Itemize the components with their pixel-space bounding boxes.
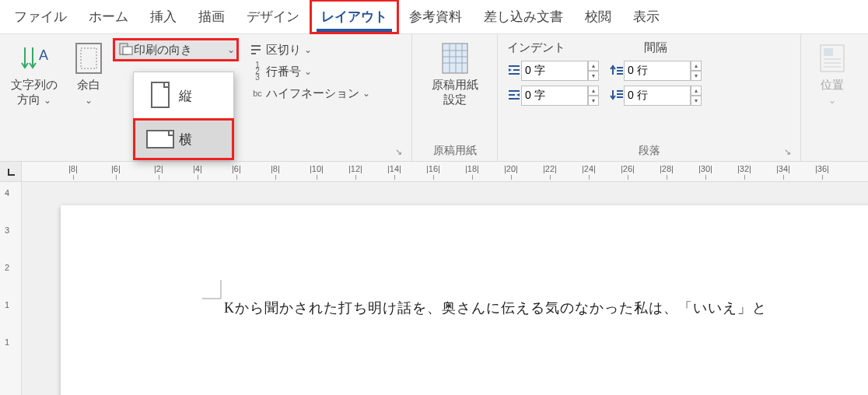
ruler-tick: |32| xyxy=(737,164,751,173)
svg-text:A: A xyxy=(39,47,48,63)
ruler-tick: |8| xyxy=(68,164,78,173)
document-area: 43211 Kから聞かされた打ち明け話を、奥さんに伝える気のなかった私は、「いい… xyxy=(0,182,868,395)
ruler-tick: 1 xyxy=(5,300,9,309)
group-genkou-label: 原稿用紙 xyxy=(417,142,492,159)
ruler-tick: |16| xyxy=(426,164,440,173)
svg-rect-36 xyxy=(152,82,169,107)
ruler-corner xyxy=(0,162,22,181)
ruler-tick: |20| xyxy=(504,164,518,173)
document-scroll[interactable]: Kから聞かされた打ち明け話を、奥さんに伝える気のなかった私は、「いいえ」と xyxy=(22,182,868,395)
orientation-landscape[interactable]: 横 xyxy=(134,119,233,159)
page: Kから聞かされた打ち明け話を、奥さんに伝える気のなかった私は、「いいえ」と xyxy=(61,205,868,395)
svg-rect-4 xyxy=(81,48,96,68)
spacing-header: 間隔 xyxy=(610,40,702,57)
group-paragraph: インデント ▴▾ ▴▾ 間隔 ▴▾ xyxy=(498,34,801,161)
portrait-icon xyxy=(143,80,179,111)
svg-rect-10 xyxy=(443,44,467,73)
tab-stop-icon xyxy=(6,167,16,177)
breaks-button[interactable]: 区切り ⌄ xyxy=(246,39,373,61)
ruler-tick: |30| xyxy=(698,164,712,173)
line-numbers-label: 行番号 xyxy=(266,65,301,79)
hyphenation-button[interactable]: bc ハイフネーション ⌄ xyxy=(246,82,373,104)
text-direction-icon: A xyxy=(19,40,50,76)
hyphenation-label: ハイフネーション xyxy=(266,86,359,101)
breaks-icon xyxy=(249,43,266,57)
orientation-label: 印刷の向き xyxy=(134,43,192,58)
paragraph-launcher-icon[interactable]: ↘ xyxy=(782,147,793,158)
svg-rect-6 xyxy=(123,47,132,54)
ruler-tick: |24| xyxy=(582,164,596,173)
ruler-tick: |6| xyxy=(232,164,241,173)
ruler-tick: |10| xyxy=(310,164,324,173)
ruler-tick: |14| xyxy=(387,164,401,173)
tab-view[interactable]: 表示 xyxy=(622,0,670,33)
document-body-text[interactable]: Kから聞かされた打ち明け話を、奥さんに伝える気のなかった私は、「いいえ」と xyxy=(224,299,753,317)
indent-left-icon xyxy=(507,64,521,79)
space-before-input[interactable] xyxy=(624,61,691,81)
ruler-tick: 4 xyxy=(5,188,9,198)
ruler-tick: |34| xyxy=(776,164,790,173)
line-numbers-icon: 123 xyxy=(249,62,266,81)
ruler-row: |8||6||2||4||6||8||10||12||14||16||18||2… xyxy=(0,162,868,182)
position-icon xyxy=(819,40,845,76)
orientation-portrait[interactable]: 縦 xyxy=(134,72,233,119)
position-label: 位置⌄ xyxy=(821,78,844,107)
space-after-spinner[interactable]: ▴▾ xyxy=(691,86,702,106)
tab-design[interactable]: デザイン xyxy=(236,0,310,33)
margin-corner-mark xyxy=(199,277,224,302)
tab-layout[interactable]: レイアウト xyxy=(310,0,398,33)
ruler-tick: |22| xyxy=(543,164,557,173)
margins-icon xyxy=(75,40,103,76)
breaks-label: 区切り xyxy=(266,43,301,58)
indent-right-spinner[interactable]: ▴▾ xyxy=(588,86,599,106)
space-after-field[interactable]: ▴▾ xyxy=(610,85,702,107)
tab-home[interactable]: ホーム xyxy=(78,0,139,33)
landscape-icon xyxy=(143,127,179,152)
ribbon: A 文字列の方向 ⌄ 余白⌄ 印刷の向き ⌄ xyxy=(0,34,868,162)
indent-left-field[interactable]: ▴▾ xyxy=(507,60,599,82)
position-button: 位置⌄ xyxy=(807,37,857,142)
indent-header: インデント xyxy=(507,40,599,57)
space-before-icon xyxy=(610,64,624,79)
margins-button[interactable]: 余白⌄ xyxy=(64,37,114,142)
indent-left-input[interactable] xyxy=(521,61,588,81)
space-after-icon xyxy=(610,89,624,103)
text-direction-button[interactable]: A 文字列の方向 ⌄ xyxy=(5,37,64,142)
horizontal-ruler[interactable]: |8||6||2||4||6||8||10||12||14||16||18||2… xyxy=(22,162,868,181)
ruler-tick: 1 xyxy=(5,337,9,347)
tab-insert[interactable]: 挿入 xyxy=(139,0,187,33)
ruler-tick: |6| xyxy=(111,164,121,173)
space-after-input[interactable] xyxy=(624,86,691,106)
tab-file[interactable]: ファイル xyxy=(3,0,78,33)
landscape-label: 横 xyxy=(179,131,192,149)
indent-right-field[interactable]: ▴▾ xyxy=(507,85,599,107)
line-numbers-button[interactable]: 123 行番号 ⌄ xyxy=(246,61,373,82)
indent-right-icon xyxy=(507,89,521,103)
space-before-spinner[interactable]: ▴▾ xyxy=(691,61,702,81)
page-setup-launcher-icon[interactable]: ↘ xyxy=(393,147,404,158)
tab-references[interactable]: 参考資料 xyxy=(398,0,473,33)
tab-draw[interactable]: 描画 xyxy=(187,0,236,33)
orientation-button[interactable]: 印刷の向き ⌄ xyxy=(114,39,238,61)
ruler-tick: |12| xyxy=(348,164,362,173)
hyphenation-icon: bc xyxy=(249,89,266,98)
ruler-tick: |26| xyxy=(621,164,635,173)
group-genkou: 原稿用紙設定 原稿用紙 xyxy=(412,34,498,161)
ruler-tick: |2| xyxy=(154,164,163,173)
ruler-tick: 3 xyxy=(5,225,9,235)
group-arrange: 位置⌄ xyxy=(801,34,863,161)
indent-right-input[interactable] xyxy=(521,86,588,106)
ruler-tick: |18| xyxy=(465,164,479,173)
margins-label: 余白⌄ xyxy=(77,78,100,107)
indent-left-spinner[interactable]: ▴▾ xyxy=(588,61,599,81)
genkou-settings-button[interactable]: 原稿用紙設定 xyxy=(425,37,485,142)
svg-rect-32 xyxy=(824,48,833,56)
tab-mailings[interactable]: 差し込み文書 xyxy=(473,0,574,33)
vertical-ruler[interactable]: 43211 xyxy=(0,182,22,395)
portrait-label: 縦 xyxy=(179,87,192,105)
tab-review[interactable]: 校閲 xyxy=(574,0,622,33)
genkou-label: 原稿用紙設定 xyxy=(432,78,478,107)
ruler-tick: |36| xyxy=(815,164,829,173)
space-before-field[interactable]: ▴▾ xyxy=(610,60,702,82)
ribbon-tabs: ファイル ホーム 挿入 描画 デザイン レイアウト 参考資料 差し込み文書 校閲… xyxy=(0,0,868,34)
